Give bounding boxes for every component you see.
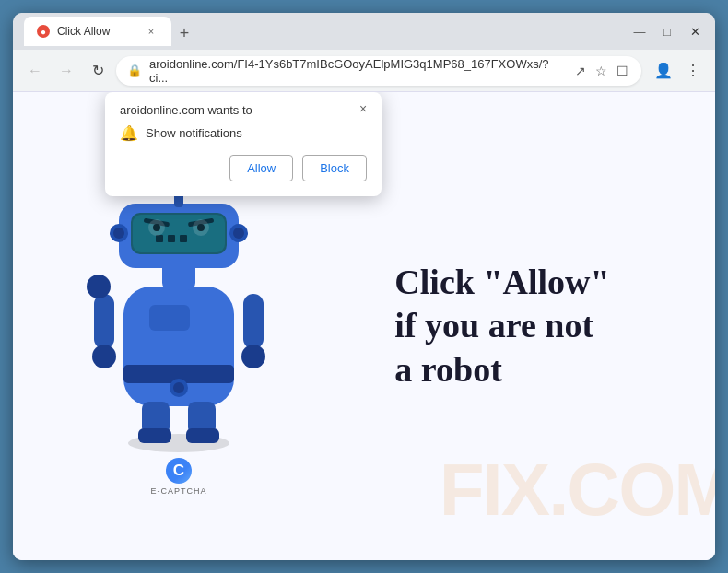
new-tab-button[interactable]: + [171, 20, 197, 46]
cta-line3: a robot [394, 350, 501, 389]
bookmark-icon[interactable]: ☆ [593, 62, 609, 80]
ecaptcha-logo: C [166, 458, 192, 484]
svg-rect-24 [168, 235, 175, 242]
svg-rect-1 [94, 294, 114, 349]
close-button[interactable]: ✕ [686, 22, 704, 41]
svg-rect-3 [243, 294, 264, 349]
svg-rect-12 [138, 428, 171, 443]
profile-button[interactable]: 👤 [651, 58, 676, 84]
ecaptcha-label: E-CAPTCHA [150, 486, 206, 496]
share-icon[interactable]: ↗ [573, 62, 588, 80]
svg-rect-10 [149, 305, 190, 331]
popup-notification-item: 🔔 Show notifications [120, 124, 367, 142]
tab-favicon: ● [37, 25, 50, 38]
content-area: FIX.COM [13, 92, 715, 560]
svg-point-29 [197, 224, 205, 231]
back-button[interactable]: ← [22, 58, 48, 84]
svg-point-5 [87, 275, 111, 298]
popup-item-text: Show notifications [146, 126, 242, 140]
tab-close-button[interactable]: × [144, 24, 159, 39]
block-button[interactable]: Block [302, 155, 367, 181]
maximize-button[interactable]: □ [658, 22, 676, 41]
address-bar-row: ← → ↻ 🔒 aroidonline.com/FI4-1Ys6bT7mIBcG… [13, 50, 715, 92]
lock-icon: 🔒 [127, 64, 142, 77]
notification-popup: × aroidonline.com wants to 🔔 Show notifi… [105, 92, 382, 196]
page-content: FIX.COM [13, 92, 715, 560]
robot-svg [68, 158, 289, 452]
forward-button[interactable]: → [53, 58, 79, 84]
svg-point-33 [233, 228, 244, 239]
svg-rect-23 [156, 235, 163, 242]
popup-close-button[interactable]: × [354, 99, 372, 118]
svg-point-4 [241, 345, 265, 368]
bell-icon: 🔔 [120, 124, 138, 142]
address-right-icons: ↗ ☆ ☐ [573, 62, 630, 80]
svg-point-9 [173, 382, 184, 393]
svg-rect-25 [180, 235, 187, 242]
url-text: aroidonline.com/FI4-1Ys6bT7mIBcGOoyAElpM… [149, 57, 566, 85]
cta-text: Click "Allow" if you are not a robot [394, 261, 609, 392]
popup-buttons: Allow Block [120, 155, 367, 181]
ecaptcha-icon: C [166, 458, 192, 484]
title-bar-right: — □ ✕ [630, 22, 704, 41]
svg-rect-14 [186, 428, 219, 443]
svg-point-2 [92, 345, 116, 368]
refresh-button[interactable]: ↻ [85, 58, 111, 84]
svg-point-31 [113, 228, 124, 239]
allow-button[interactable]: Allow [229, 155, 293, 181]
address-bar[interactable]: 🔒 aroidonline.com/FI4-1Ys6bT7mIBcGOoyAEl… [116, 56, 641, 86]
tab-bar: ● Click Allow × + [24, 17, 616, 46]
tab-title: Click Allow [57, 25, 136, 38]
robot-caption: C E-CAPTCHA [150, 458, 206, 496]
menu-button[interactable]: ⋮ [680, 58, 706, 84]
title-bar: ● Click Allow × + — □ ✕ [13, 13, 715, 50]
minimize-button[interactable]: — [630, 22, 649, 41]
robot-illustration-area: C E-CAPTCHA [50, 158, 308, 496]
split-view-icon[interactable]: ☐ [615, 62, 630, 80]
watermark-text: FIX.COM [440, 448, 715, 532]
cta-area: Click "Allow" if you are not a robot [308, 261, 678, 392]
svg-point-28 [153, 224, 160, 231]
browser-window: ● Click Allow × + — □ ✕ ← → ↻ 🔒 aroidonl… [13, 13, 715, 560]
popup-title: aroidonline.com wants to [120, 103, 367, 117]
cta-line2: if you are not [394, 306, 593, 345]
cta-line1: Click "Allow" [394, 263, 609, 301]
active-tab[interactable]: ● Click Allow × [24, 17, 171, 46]
toolbar-right: 👤 ⋮ [651, 58, 706, 84]
